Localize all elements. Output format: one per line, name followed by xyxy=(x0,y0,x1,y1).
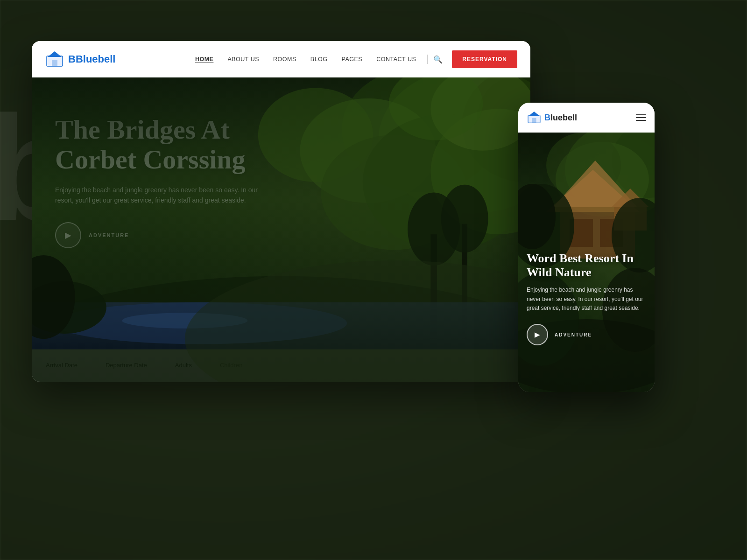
mobile-hero-title: Word Best Resort In Wild Nature xyxy=(527,252,646,280)
hamburger-menu[interactable] xyxy=(636,114,646,121)
mobile-logo-icon xyxy=(527,110,542,125)
hamburger-line-1 xyxy=(636,114,646,115)
tree-overlay xyxy=(32,77,530,382)
desktop-hero: The Bridges At Corbet Corssing Enjoying … xyxy=(32,77,530,382)
logo-icon xyxy=(45,49,64,69)
svg-point-3 xyxy=(53,53,56,56)
mobile-play-button[interactable]: ▶ xyxy=(527,324,548,345)
mobile-hero-content: Word Best Resort In Wild Nature Enjoying… xyxy=(527,252,646,345)
reservation-button[interactable]: RESERVATION xyxy=(452,50,517,68)
mobile-logo-text: Bluebell xyxy=(544,113,577,123)
svg-point-29 xyxy=(533,112,536,115)
mobile-play-adventure: ▶ ADVENTURE xyxy=(527,324,646,345)
desktop-nav: HOME ABOUT US ROOMS BLOG PAGES CONTACT U… xyxy=(195,56,416,63)
hamburger-line-2 xyxy=(636,117,646,118)
svg-point-19 xyxy=(441,185,488,253)
hamburger-line-3 xyxy=(636,120,646,121)
mobile-adventure-label: ADVENTURE xyxy=(555,332,592,337)
svg-rect-28 xyxy=(532,118,536,123)
mobile-mockup: Bluebell xyxy=(518,103,655,392)
nav-divider xyxy=(427,55,428,64)
mobile-hero: Word Best Resort In Wild Nature Enjoying… xyxy=(518,133,655,392)
nav-blog[interactable]: BLOG xyxy=(310,56,328,63)
logo-text: BBluebell xyxy=(68,53,115,65)
mobile-navbar: Bluebell xyxy=(518,103,655,133)
nav-pages[interactable]: PAGES xyxy=(342,56,363,63)
mobile-hero-subtitle: Enjoying the beach and jungle greenry ha… xyxy=(527,286,646,313)
desktop-mockup: BBluebell HOME ABOUT US ROOMS BLOG PAGES… xyxy=(32,41,530,382)
logo-area[interactable]: BBluebell xyxy=(45,49,115,69)
desktop-navbar: BBluebell HOME ABOUT US ROOMS BLOG PAGES… xyxy=(32,41,530,77)
nav-rooms[interactable]: ROOMS xyxy=(273,56,296,63)
nav-about[interactable]: ABOUT US xyxy=(227,56,259,63)
svg-rect-2 xyxy=(52,60,57,66)
search-icon[interactable]: 🔍 xyxy=(433,55,443,64)
mobile-logo-area[interactable]: Bluebell xyxy=(527,110,577,125)
nav-home[interactable]: HOME xyxy=(195,56,214,63)
nav-contact[interactable]: CONTACT US xyxy=(376,56,416,63)
